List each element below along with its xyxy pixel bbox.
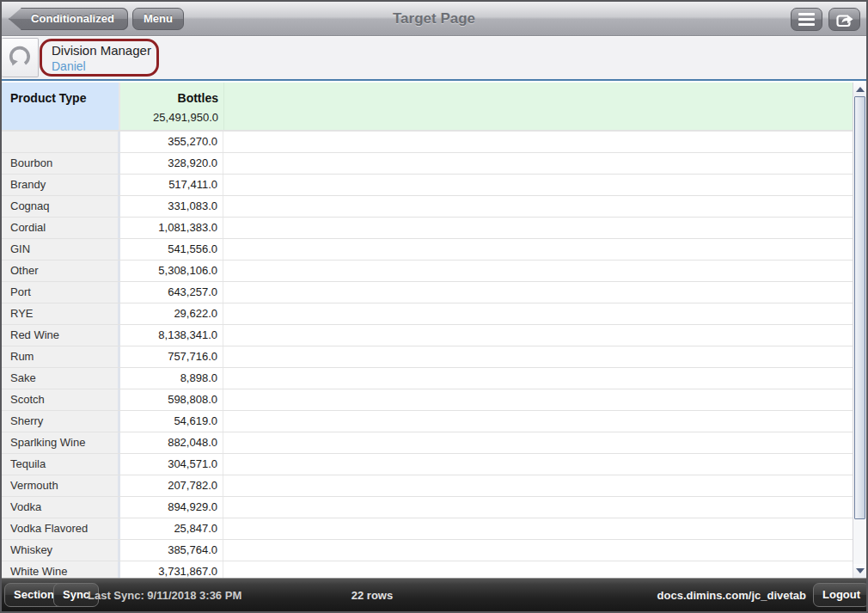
bottles-value-cell: 8,138,341.0	[120, 325, 223, 346]
drill-group-label: Division Manager	[52, 42, 156, 58]
refresh-icon	[7, 45, 33, 70]
page-title: Target Page	[2, 2, 866, 36]
table-row[interactable]: GIN541,556.0	[2, 239, 853, 261]
table-row[interactable]: Brandy517,411.0	[2, 175, 853, 196]
empty-cell	[223, 540, 853, 561]
bottles-value-cell: 757,716.0	[120, 346, 223, 367]
bottles-value-cell: 207,782.0	[120, 475, 223, 496]
empty-cell	[223, 175, 853, 195]
empty-cell	[223, 389, 853, 410]
scroll-down-button[interactable]	[853, 564, 866, 578]
server-url-text: docs.dimins.com/jc_divetab	[657, 579, 806, 612]
product-type-cell: Cognaq	[2, 196, 120, 217]
bottles-value-cell: 1,081,383.0	[120, 218, 223, 238]
product-type-cell: Other	[2, 261, 120, 281]
back-button[interactable]: Conditionalized Links	[9, 8, 128, 30]
scroll-up-button[interactable]	[853, 83, 866, 96]
product-type-cell: Brandy	[2, 175, 120, 195]
row-count-text: 22 rows	[351, 579, 393, 612]
last-sync-text: Last Sync: 9/11/2018 3:36 PM	[88, 579, 241, 612]
product-type-cell: GIN	[2, 239, 120, 260]
empty-cell	[223, 368, 853, 389]
product-type-cell: Sake	[2, 368, 120, 389]
empty-cell	[223, 239, 853, 260]
table-row[interactable]: RYE29,622.0	[2, 303, 853, 325]
product-type-cell: RYE	[2, 303, 120, 324]
status-bar: Sections Sync Last Sync: 9/11/2018 3:36 …	[2, 578, 866, 611]
product-type-cell: Port	[2, 282, 120, 303]
empty-cell	[223, 218, 853, 238]
share-export-icon	[834, 11, 855, 28]
product-type-cell: Rum	[2, 346, 120, 367]
product-type-cell: Bourbon	[2, 153, 120, 174]
bottles-value-cell: 894,929.0	[120, 497, 223, 518]
bottles-value-cell: 328,920.0	[120, 153, 223, 174]
product-type-cell	[2, 132, 120, 152]
header-filler	[224, 83, 853, 130]
scroll-down-icon	[856, 568, 865, 573]
product-type-cell: Vodka Flavored	[2, 518, 120, 539]
product-type-cell: Scotch	[2, 389, 120, 410]
toolbar: Division Manager Daniel	[2, 37, 866, 81]
column-header-product-type[interactable]: Product Type	[2, 83, 120, 130]
bottles-value-cell: 5,308,106.0	[120, 261, 223, 281]
product-type-cell: Vermouth	[2, 475, 120, 496]
vertical-scrollbar[interactable]	[853, 83, 866, 578]
empty-cell	[223, 153, 853, 174]
menu-button[interactable]: Menu	[132, 8, 184, 30]
table-row[interactable]: Cordial1,081,383.0	[2, 218, 853, 239]
empty-cell	[223, 196, 853, 217]
empty-cell	[223, 282, 853, 303]
bottles-value-cell: 304,571.0	[120, 454, 223, 475]
empty-cell	[223, 261, 853, 281]
logout-button-label: Logout	[822, 588, 860, 601]
table-row[interactable]: 355,270.0	[2, 132, 853, 153]
annotation-highlight: Division Manager Daniel	[40, 39, 159, 77]
data-table: Product Type Bottles 25,491,950.0 355,27…	[2, 83, 853, 578]
product-type-cell: Red Wine	[2, 325, 120, 346]
empty-cell	[223, 497, 853, 518]
table-row[interactable]: Other5,308,106.0	[2, 261, 853, 282]
bottles-total-value: 25,491,950.0	[120, 111, 218, 124]
bottles-value-cell: 355,270.0	[120, 132, 223, 152]
table-row[interactable]: Sherry54,619.0	[2, 411, 853, 432]
bottles-value-cell: 517,411.0	[120, 175, 223, 195]
product-type-cell: Sparlking Wine	[2, 432, 120, 453]
table-row[interactable]: Vermouth207,782.0	[2, 475, 853, 497]
drill-value-link[interactable]: Daniel	[52, 58, 156, 74]
table-row[interactable]: Red Wine8,138,341.0	[2, 325, 853, 346]
product-type-cell: Tequila	[2, 454, 120, 475]
table-row[interactable]: Sake8,898.0	[2, 368, 853, 389]
table-row[interactable]: Whiskey385,764.0	[2, 540, 853, 561]
table-row[interactable]: Tequila304,571.0	[2, 454, 853, 475]
app-window: Conditionalized Links Menu Target Page D…	[0, 0, 868, 613]
bottles-value-cell: 385,764.0	[120, 540, 223, 561]
table-row[interactable]: Scotch598,808.0	[2, 389, 853, 411]
table-row[interactable]: Vodka Flavored25,847.0	[2, 518, 853, 540]
bottles-value-cell: 8,898.0	[120, 368, 223, 389]
top-bar: Conditionalized Links Menu Target Page	[2, 2, 866, 36]
hamburger-menu-button[interactable]	[791, 8, 822, 31]
table-row[interactable]: Rum757,716.0	[2, 346, 853, 368]
table-row[interactable]: Cognaq331,083.0	[2, 196, 853, 218]
table-row[interactable]: Port643,257.0	[2, 282, 853, 303]
refresh-button[interactable]	[2, 38, 39, 77]
bottles-column-label: Bottles	[120, 91, 218, 105]
table-row[interactable]: Bourbon328,920.0	[2, 153, 853, 175]
scrollbar-thumb[interactable]	[854, 96, 865, 519]
column-header-bottles[interactable]: Bottles 25,491,950.0	[120, 83, 224, 130]
bottles-value-cell: 598,808.0	[120, 389, 223, 410]
table-row[interactable]: White Wine3,731,867.0	[2, 561, 853, 578]
logout-button[interactable]: Logout	[813, 583, 868, 607]
empty-cell	[223, 303, 853, 324]
share-button[interactable]	[828, 8, 860, 31]
bottles-value-cell: 331,083.0	[120, 196, 223, 217]
empty-cell	[223, 325, 853, 346]
product-type-cell: Cordial	[2, 218, 120, 238]
product-type-cell: Sherry	[2, 411, 120, 432]
bottles-value-cell: 54,619.0	[120, 411, 223, 432]
bottles-value-cell: 541,556.0	[120, 239, 223, 260]
table-row[interactable]: Sparlking Wine882,048.0	[2, 432, 853, 454]
table-body: 355,270.0Bourbon328,920.0Brandy517,411.0…	[2, 132, 853, 578]
table-row[interactable]: Vodka894,929.0	[2, 497, 853, 518]
